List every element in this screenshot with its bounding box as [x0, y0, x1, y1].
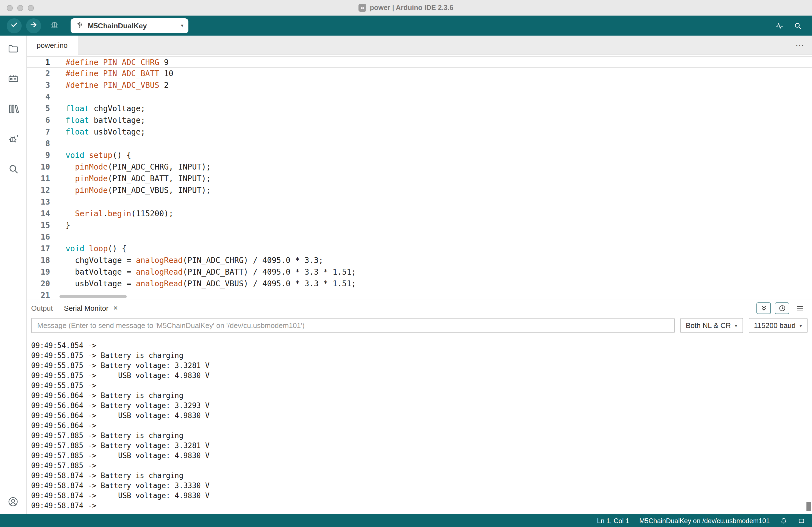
- code-line[interactable]: 21: [27, 290, 812, 300]
- right-arrow-icon: [29, 20, 38, 31]
- code-line[interactable]: 1#define PIN_ADC_CHRG 9: [27, 56, 812, 68]
- line-number[interactable]: 8: [27, 138, 50, 149]
- account-button[interactable]: [0, 496, 26, 510]
- clear-output-button[interactable]: [793, 302, 807, 314]
- code-text: [50, 138, 66, 149]
- serial-line: 09:49:55.875 -> USB voltage: 4.9830 V: [31, 371, 812, 381]
- code-line[interactable]: 10 pinMode(PIN_ADC_CHRG, INPUT);: [27, 161, 812, 173]
- close-window-button[interactable]: [7, 5, 13, 11]
- code-text: usbVoltage = analogRead(PIN_ADC_VBUS) / …: [50, 278, 356, 290]
- code-line[interactable]: 17void loop() {: [27, 243, 812, 255]
- line-number[interactable]: 15: [27, 219, 50, 231]
- line-number[interactable]: 21: [27, 290, 50, 300]
- line-number[interactable]: 4: [27, 91, 50, 103]
- serial-monitor-tab-label: Serial Monitor: [64, 304, 108, 312]
- sidebar-item-sketchbook[interactable]: [6, 43, 20, 57]
- panel-header: Output Serial Monitor ✕: [27, 300, 812, 316]
- serial-scrollbar[interactable]: [807, 502, 811, 511]
- board-icon: [7, 73, 19, 87]
- editor-column: power.ino ⋯ 1#define PIN_ADC_CHRG 92#def…: [27, 35, 812, 514]
- line-number[interactable]: 5: [27, 103, 50, 115]
- tab-serial-monitor[interactable]: Serial Monitor ✕: [64, 304, 118, 312]
- sidebar-item-library-manager[interactable]: [6, 103, 20, 117]
- line-number[interactable]: 10: [27, 161, 50, 173]
- editor-tabbar: power.ino ⋯: [27, 35, 812, 55]
- verify-button[interactable]: [7, 18, 22, 33]
- code-line[interactable]: 8: [27, 138, 812, 149]
- code-line[interactable]: 18 chgVoltage = analogRead(PIN_ADC_CHRG)…: [27, 255, 812, 266]
- line-ending-select[interactable]: Both NL & CR ▾: [680, 318, 743, 333]
- output-tab-label: Output: [31, 304, 53, 312]
- line-number[interactable]: 17: [27, 243, 50, 255]
- line-number[interactable]: 14: [27, 208, 50, 219]
- line-number[interactable]: 3: [27, 80, 50, 91]
- line-number[interactable]: 19: [27, 266, 50, 278]
- more-actions-button[interactable]: ⋯: [787, 35, 812, 55]
- line-number[interactable]: 7: [27, 126, 50, 138]
- line-number[interactable]: 6: [27, 115, 50, 126]
- close-icon[interactable]: ✕: [113, 304, 118, 312]
- upload-button[interactable]: [26, 18, 41, 33]
- toggle-timestamp-button[interactable]: [775, 302, 789, 314]
- code-line[interactable]: 3#define PIN_ADC_VBUS 2: [27, 80, 812, 91]
- window-title: power | Arduino IDE 2.3.6: [370, 4, 453, 12]
- serial-plotter-icon[interactable]: [775, 22, 784, 30]
- code-text: float chgVoltage;: [50, 103, 145, 115]
- cursor-position[interactable]: Ln 1, Col 1: [597, 517, 629, 525]
- line-number[interactable]: 20: [27, 278, 50, 290]
- line-number[interactable]: 1: [27, 57, 50, 67]
- board-selector[interactable]: M5ChainDualKey ▾: [71, 18, 188, 33]
- board-port-status[interactable]: M5ChainDualKey on /dev/cu.usbmodem101: [639, 517, 770, 525]
- code-line[interactable]: 4: [27, 91, 812, 103]
- bottom-panel: Output Serial Monitor ✕: [27, 300, 812, 514]
- toggle-autoscroll-button[interactable]: [756, 302, 771, 314]
- line-number[interactable]: 18: [27, 255, 50, 266]
- code-line[interactable]: 19 batVoltage = analogRead(PIN_ADC_BATT)…: [27, 266, 812, 278]
- code-line[interactable]: 9void setup() {: [27, 149, 812, 161]
- serial-line: 09:49:58.874 -> USB voltage: 4.9830 V: [31, 491, 812, 501]
- code-line[interactable]: 12 pinMode(PIN_ADC_VBUS, INPUT);: [27, 185, 812, 196]
- code-line[interactable]: 6float batVoltage;: [27, 115, 812, 126]
- serial-message-input[interactable]: [31, 318, 675, 333]
- code-line[interactable]: 5float chgVoltage;: [27, 103, 812, 115]
- clock-icon: [778, 304, 786, 312]
- serial-line: 09:49:58.874 -> Battery voltage: 3.3330 …: [31, 481, 812, 491]
- code-line[interactable]: 16: [27, 231, 812, 243]
- notifications-bell-icon[interactable]: [780, 517, 787, 525]
- minimize-window-button[interactable]: [17, 5, 23, 11]
- serial-monitor-icon[interactable]: [794, 22, 802, 30]
- zoom-window-button[interactable]: [28, 5, 34, 11]
- line-number[interactable]: 16: [27, 231, 50, 243]
- serial-line: 09:49:54.854 ->: [31, 341, 812, 351]
- code-text: #define PIN_ADC_VBUS 2: [50, 80, 169, 91]
- code-line[interactable]: 11 pinMode(PIN_ADC_BATT, INPUT);: [27, 173, 812, 185]
- sidebar-item-search[interactable]: [6, 163, 20, 177]
- serial-line: 09:49:56.864 -> USB voltage: 4.9830 V: [31, 411, 812, 421]
- clear-output-icon: [796, 304, 804, 312]
- baud-rate-select[interactable]: 115200 baud ▾: [748, 318, 808, 333]
- serial-line: 09:49:56.864 ->: [31, 421, 812, 431]
- tab-power-ino[interactable]: power.ino: [27, 35, 78, 55]
- line-number[interactable]: 9: [27, 149, 50, 161]
- line-number[interactable]: 11: [27, 173, 50, 185]
- line-number[interactable]: 12: [27, 185, 50, 196]
- code-text: [50, 231, 66, 243]
- code-line[interactable]: 14 Serial.begin(115200);: [27, 208, 812, 219]
- line-number[interactable]: 2: [27, 68, 50, 80]
- sidebar-item-debug[interactable]: [6, 133, 20, 147]
- serial-line: 09:49:58.874 ->: [31, 501, 812, 511]
- code-line[interactable]: 2#define PIN_ADC_BATT 10: [27, 68, 812, 80]
- code-line[interactable]: 7float usbVoltage;: [27, 126, 812, 138]
- debug-button[interactable]: [47, 18, 62, 33]
- code-editor[interactable]: 1#define PIN_ADC_CHRG 92#define PIN_ADC_…: [27, 55, 812, 300]
- status-square-icon[interactable]: [798, 517, 805, 525]
- code-line[interactable]: 20 usbVoltage = analogRead(PIN_ADC_VBUS)…: [27, 278, 812, 290]
- code-line[interactable]: 15}: [27, 219, 812, 231]
- code-line[interactable]: 13: [27, 196, 812, 208]
- app-icon: ∞: [359, 4, 366, 12]
- tab-output[interactable]: Output: [31, 304, 53, 312]
- sidebar-item-boards-manager[interactable]: [6, 73, 20, 87]
- code-text: pinMode(PIN_ADC_CHRG, INPUT);: [50, 161, 211, 173]
- line-number[interactable]: 13: [27, 196, 50, 208]
- editor-horizontal-scrollbar[interactable]: [59, 295, 127, 298]
